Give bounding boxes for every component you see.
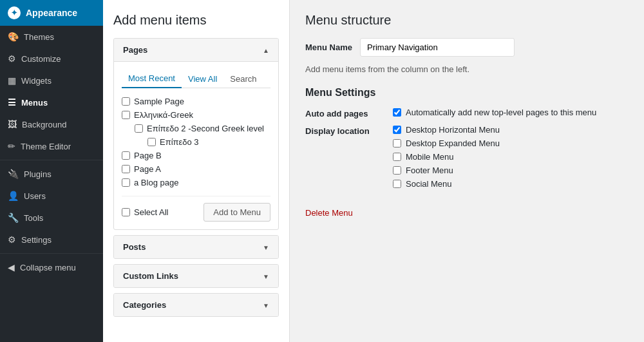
location-checkbox-desktop-expanded[interactable]: [393, 139, 401, 147]
pages-label: Pages: [123, 45, 147, 55]
location-checkbox-social[interactable]: [393, 180, 401, 188]
pages-accordion: Pages Most Recent View All Search Sample…: [113, 38, 279, 230]
sidebar: ✦ Appearance 🎨 Themes ⚙ Customize ▦ Widg…: [0, 0, 103, 342]
auto-add-label: Auto add pages: [305, 108, 383, 119]
add-items-hint: Add menu items from the column on the le…: [305, 64, 629, 74]
pages-tab-row: Most Recent View All Search: [122, 70, 270, 88]
menu-structure-panel: Menu structure Menu Name Add menu items …: [290, 0, 644, 342]
custom-links-expand-icon: [263, 271, 269, 281]
sidebar-header[interactable]: ✦ Appearance: [0, 0, 103, 26]
page-label-greek: Ελληνικά-Greek: [134, 110, 193, 120]
sidebar-item-label: Widgets: [21, 76, 52, 86]
page-item-second-greek: Επίπεδο 2 -Second Greek level: [122, 122, 270, 135]
page-checkbox-page-a[interactable]: [122, 165, 130, 173]
sidebar-header-label: Appearance: [26, 8, 77, 18]
page-checkbox-blog[interactable]: [122, 178, 130, 187]
collapse-menu-button[interactable]: ◀ Collapse menu: [0, 256, 103, 278]
page-label-sample: Sample Page: [134, 97, 184, 106]
add-to-menu-button[interactable]: Add to Menu: [204, 203, 270, 222]
posts-expand-icon: [263, 242, 269, 252]
add-menu-panel: Add menu items Pages Most Recent View Al…: [103, 0, 290, 342]
location-checkbox-mobile[interactable]: [393, 153, 401, 161]
collapse-label: Collapse menu: [20, 263, 76, 272]
widgets-icon: ▦: [8, 75, 16, 86]
pages-accordion-header[interactable]: Pages: [114, 39, 278, 61]
select-all-label: Select All: [134, 207, 168, 217]
page-label-page-b: Page B: [134, 151, 162, 160]
sidebar-item-theme-editor[interactable]: ✏ Theme Editor: [0, 135, 103, 157]
location-label-desktop-horizontal: Desktop Horizontal Menu: [406, 125, 500, 135]
page-label-level3: Επίπεδο 3: [160, 137, 199, 147]
sidebar-item-menus[interactable]: ☰ Menus: [0, 91, 103, 113]
location-desktop-expanded: Desktop Expanded Menu: [393, 138, 500, 148]
auto-add-option: Automatically add new top-level pages to…: [393, 108, 596, 117]
sidebar-divider: [0, 160, 103, 160]
categories-accordion-header[interactable]: Categories: [114, 294, 278, 316]
tab-view-all[interactable]: View All: [182, 70, 223, 88]
location-label-footer: Footer Menu: [406, 166, 453, 175]
users-icon: 👤: [8, 191, 19, 201]
menu-name-label: Menu Name: [305, 43, 352, 52]
sidebar-item-tools[interactable]: 🔧 Tools: [0, 207, 103, 229]
page-item-page-a: Page A: [122, 162, 270, 176]
page-checkbox-level3[interactable]: [147, 138, 156, 146]
location-mobile: Mobile Menu: [393, 152, 500, 162]
sidebar-item-themes[interactable]: 🎨 Themes: [0, 26, 103, 48]
page-checkbox-greek[interactable]: [122, 111, 130, 119]
page-checkbox-sample[interactable]: [122, 97, 130, 106]
sidebar-item-plugins[interactable]: 🔌 Plugins: [0, 163, 103, 185]
location-checkbox-desktop-horizontal[interactable]: [393, 126, 401, 134]
location-social: Social Menu: [393, 179, 500, 189]
sidebar-item-settings[interactable]: ⚙ Settings: [0, 229, 103, 251]
page-item-page-b: Page B: [122, 149, 270, 162]
main-content: Add menu items Pages Most Recent View Al…: [103, 0, 644, 342]
sidebar-item-widgets[interactable]: ▦ Widgets: [0, 70, 103, 91]
display-location-row: Display location Desktop Horizontal Menu…: [305, 125, 629, 189]
categories-accordion: Categories: [113, 293, 279, 317]
tab-search[interactable]: Search: [223, 70, 263, 88]
sidebar-item-label: Tools: [24, 213, 43, 223]
select-all-checkbox[interactable]: [122, 208, 130, 216]
categories-expand-icon: [263, 300, 269, 310]
location-label-desktop-expanded: Desktop Expanded Menu: [406, 138, 500, 148]
page-item-sample: Sample Page: [122, 95, 270, 108]
posts-accordion-header[interactable]: Posts: [114, 236, 278, 258]
menu-settings-title: Menu Settings: [305, 87, 629, 99]
sidebar-item-label: Themes: [24, 32, 54, 42]
location-label-social: Social Menu: [406, 179, 452, 189]
menu-name-input[interactable]: [360, 38, 515, 57]
posts-accordion: Posts: [113, 235, 279, 259]
page-label-second-greek: Επίπεδο 2 -Second Greek level: [147, 124, 264, 133]
auto-add-checkbox[interactable]: [393, 108, 401, 117]
collapse-icon: ◀: [8, 262, 15, 272]
delete-menu-link[interactable]: Delete Menu: [305, 208, 353, 218]
menus-icon: ☰: [8, 97, 16, 108]
custom-links-label: Custom Links: [123, 271, 178, 281]
page-checkbox-page-b[interactable]: [122, 151, 130, 160]
tools-icon: 🔧: [8, 213, 19, 223]
page-label-blog: a Blog page: [134, 178, 178, 187]
sidebar-item-users[interactable]: 👤 Users: [0, 185, 103, 207]
settings-icon: ⚙: [8, 234, 16, 245]
page-item-blog: a Blog page: [122, 176, 270, 189]
posts-label: Posts: [123, 242, 146, 252]
sidebar-item-label: Plugins: [24, 169, 52, 179]
sidebar-item-label: Menus: [21, 98, 48, 108]
location-checkbox-footer[interactable]: [393, 166, 401, 175]
background-icon: 🖼: [8, 119, 17, 129]
sidebar-item-customize[interactable]: ⚙ Customize: [0, 48, 103, 70]
custom-links-accordion: Custom Links: [113, 264, 279, 288]
page-checkbox-second-greek[interactable]: [135, 124, 143, 133]
sidebar-item-label: Users: [24, 191, 46, 201]
sidebar-item-background[interactable]: 🖼 Background: [0, 113, 103, 135]
tab-most-recent[interactable]: Most Recent: [122, 70, 182, 88]
sidebar-divider-2: [0, 253, 103, 254]
pages-accordion-body: Most Recent View All Search Sample Page …: [114, 61, 278, 229]
sidebar-item-label: Theme Editor: [21, 142, 71, 151]
editor-icon: ✏: [8, 141, 15, 151]
customize-icon: ⚙: [8, 53, 16, 64]
categories-label: Categories: [123, 300, 166, 310]
appearance-icon: ✦: [8, 6, 21, 19]
custom-links-accordion-header[interactable]: Custom Links: [114, 265, 278, 287]
display-location-options: Desktop Horizontal Menu Desktop Expanded…: [393, 125, 500, 189]
